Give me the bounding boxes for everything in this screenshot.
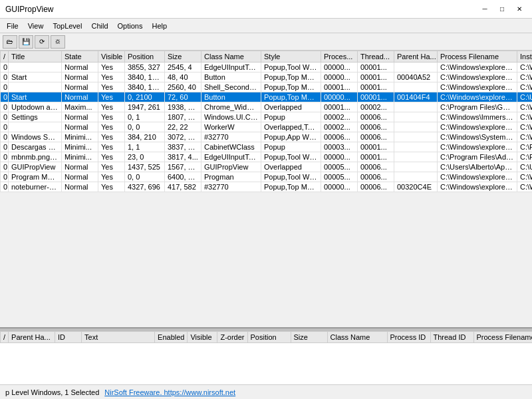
table-cell: C:\Windows\explorer.exe	[438, 122, 517, 132]
table-cell: 00003...	[321, 142, 358, 152]
table-cell: Progman	[201, 172, 261, 182]
table-row[interactable]: 0061...Descargas appsMinimi...Yes1, 1383…	[1, 142, 533, 152]
col-header-state[interactable]: State	[62, 51, 98, 63]
lower-col-header-visible[interactable]: Visible	[188, 332, 217, 343]
upper-table-container[interactable]: /TitleStateVisiblePositionSizeClass Name…	[0, 51, 532, 329]
table-cell: Yes	[98, 162, 125, 172]
table-cell: 00006...	[358, 172, 394, 182]
lower-col-header-process-filename[interactable]: Process Filename	[473, 332, 532, 343]
lower-col-header-class-name[interactable]: Class Name	[327, 332, 387, 343]
upper-table: /TitleStateVisiblePositionSizeClass Name…	[0, 51, 532, 192]
menu-item-help[interactable]: Help	[148, 21, 171, 31]
table-row[interactable]: 0071...Program Mana...NormalYes0, 06400,…	[1, 172, 533, 182]
col-header-size[interactable]: Size	[165, 51, 201, 63]
col-header-position[interactable]: Position	[125, 51, 165, 63]
lower-col-header-text[interactable]: Text	[82, 332, 155, 343]
table-cell: 0, 1	[125, 112, 165, 122]
table-cell: Normal	[62, 82, 98, 92]
toolbar-btn-3[interactable]: ⟳	[35, 35, 49, 49]
table-cell: 1807, 14...	[165, 112, 201, 122]
main-content: /TitleStateVisiblePositionSizeClass Name…	[0, 51, 532, 384]
table-cell: 0, 0	[125, 172, 165, 182]
lower-col-header-thread-id[interactable]: Thread ID	[430, 332, 473, 343]
table-cell	[394, 132, 438, 142]
col-header-style[interactable]: Style	[261, 51, 321, 63]
lower-table-header: /Parent Ha...IDTextEnabledVisibleZ-order…	[1, 332, 533, 343]
table-cell: C:\Windows\explorer.exe	[438, 72, 517, 82]
lower-col-header-parent-ha---[interactable]: Parent Ha...	[9, 332, 55, 343]
table-cell: C:\WIND...	[517, 112, 533, 122]
table-cell: 00002...	[321, 112, 358, 122]
col-header-thread---[interactable]: Thread...	[358, 51, 394, 63]
table-cell: GUIPropView	[201, 162, 261, 172]
table-cell: 0050...	[1, 122, 9, 132]
table-cell: mbnmb.png @...	[9, 152, 62, 162]
table-cell: 384, 210	[125, 132, 165, 142]
maximize-button[interactable]: □	[495, 4, 509, 15]
table-cell: Normal	[62, 162, 98, 172]
menu-item-view[interactable]: View	[24, 21, 48, 31]
toolbar-btn-1[interactable]: 🗁	[3, 35, 17, 49]
table-row[interactable]: 0040...SettingsNormalYes0, 11807, 14...W…	[1, 112, 533, 122]
table-row[interactable]: 0091...noteburner-you...NormalYes4327, 6…	[1, 182, 533, 192]
col-header-instance-i---[interactable]: Instance I...	[517, 51, 533, 63]
table-row[interactable]: 0040...StartNormalYes0, 210072, 60Button…	[1, 92, 533, 102]
table-cell: Popup,Tool Win...	[261, 152, 321, 162]
menu-item-child[interactable]: Child	[87, 21, 112, 31]
table-cell: Yes	[98, 72, 125, 82]
table-row[interactable]: 0061...mbnmb.png @...Minimi...Yes23, 038…	[1, 152, 533, 162]
table-cell: C:\WIND...	[517, 172, 533, 182]
toolbar-btn-4[interactable]: ⛭	[51, 35, 65, 49]
table-cell: C:\WIND...	[517, 132, 533, 142]
table-cell: 1567, 11...	[165, 162, 201, 172]
table-cell: 3840, 17...	[125, 82, 165, 92]
table-cell	[9, 63, 62, 72]
table-row[interactable]: 0030...StartNormalYes3840, 17...48, 40Bu…	[1, 72, 533, 82]
table-cell	[394, 112, 438, 122]
toolbar-btn-2[interactable]: 💾	[19, 35, 33, 49]
col-header-parent-ha---[interactable]: Parent Ha...	[394, 51, 438, 63]
lower-col-header-process-id[interactable]: Process ID	[387, 332, 430, 343]
lower-col-header-id[interactable]: ID	[55, 332, 82, 343]
nirsoft-link[interactable]: NirSoft Freeware. https://www.nirsoft.ne…	[104, 388, 235, 396]
menu-item-toplevel[interactable]: TopLevel	[49, 21, 86, 31]
col-header-process-filename[interactable]: Process Filename	[438, 51, 517, 63]
table-cell: 00006...	[321, 132, 358, 142]
lower-col-header-enabled[interactable]: Enabled	[155, 332, 188, 343]
table-cell: Yes	[98, 82, 125, 92]
table-cell	[394, 172, 438, 182]
col-header-class-name[interactable]: Class Name	[201, 51, 261, 63]
col-header-title[interactable]: Title	[9, 51, 62, 63]
table-cell: Popup	[261, 142, 321, 152]
lower-col-header-z-order[interactable]: Z-order	[217, 332, 247, 343]
table-cell: Normal	[62, 172, 98, 182]
col-header--[interactable]: /	[1, 51, 9, 63]
table-cell: 23, 0	[125, 152, 165, 162]
col-header-visible[interactable]: Visible	[98, 51, 125, 63]
menu-item-file[interactable]: File	[3, 21, 23, 31]
lower-col-header-size[interactable]: Size	[291, 332, 327, 343]
table-row[interactable]: 0050...NormalYes0, 022, 22WorkerWOverlap…	[1, 122, 533, 132]
minimize-button[interactable]: ─	[477, 4, 492, 15]
col-header-proces---[interactable]: Proces...	[321, 51, 358, 63]
menu-item-options[interactable]: Options	[114, 21, 147, 31]
table-cell: 6400, 21...	[165, 172, 201, 182]
table-cell: CabinetWClass	[201, 142, 261, 152]
table-cell: 00006...	[358, 162, 394, 172]
table-cell: 00000...	[321, 92, 358, 102]
lower-col-header--[interactable]: /	[1, 332, 9, 343]
upper-table-header: /TitleStateVisiblePositionSizeClass Name…	[1, 51, 533, 63]
lower-table-container[interactable]: /Parent Ha...IDTextEnabledVisibleZ-order…	[0, 331, 532, 384]
table-cell: Yes	[98, 112, 125, 122]
table-cell: 0071...	[1, 172, 9, 182]
close-button[interactable]: ✕	[512, 4, 527, 15]
table-row[interactable]: 0040...Uptodown adm...Maxim...Yes1947, 2…	[1, 102, 533, 112]
table-cell: Yes	[98, 142, 125, 152]
lower-col-header-position[interactable]: Position	[247, 332, 291, 343]
table-row[interactable]: 0030...NormalYes3855, 3272545, 4EdgeUIIn…	[1, 63, 533, 72]
table-cell: 0050...	[1, 132, 9, 142]
table-row[interactable]: 0071...GUIPropViewNormalYes1437, 5251567…	[1, 162, 533, 172]
table-row[interactable]: 0050...Windows Sand...Minimi...Yes384, 2…	[1, 132, 533, 142]
table-cell: 1947, 261	[125, 102, 165, 112]
table-row[interactable]: 0040...NormalYes3840, 17...2560, 40Shell…	[1, 82, 533, 92]
